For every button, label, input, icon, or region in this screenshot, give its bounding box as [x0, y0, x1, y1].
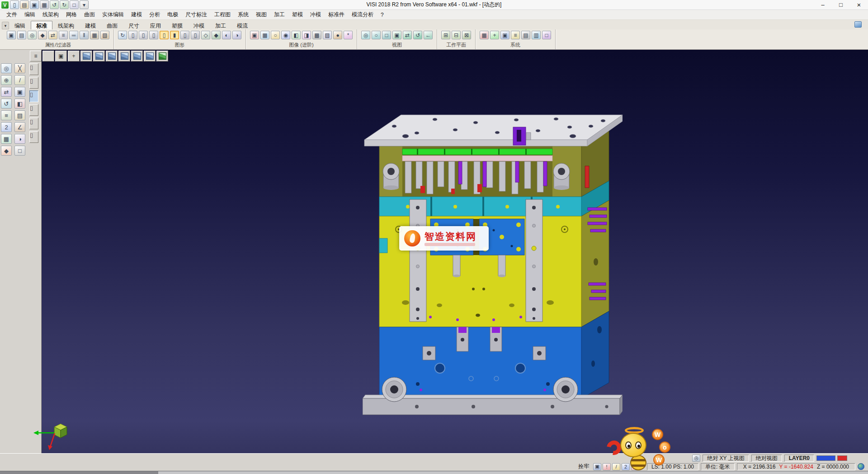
layers-tool-icon[interactable]: ≡	[1, 110, 12, 120]
new-file-icon[interactable]: ▯	[10, 0, 19, 9]
section-icon[interactable]: ◧	[292, 31, 301, 39]
rotate-tool-icon[interactable]: ↺	[1, 99, 12, 109]
menu-item[interactable]: 实体编辑	[99, 10, 127, 19]
menu-item[interactable]: 冲模	[307, 10, 325, 19]
previous-view-icon[interactable]: ←	[424, 31, 433, 39]
menu-item[interactable]: 加工	[270, 10, 288, 19]
menu-item[interactable]: 标准件	[325, 10, 348, 19]
group-icon[interactable]: ▦	[90, 31, 99, 39]
shadow-icon[interactable]: ▨	[323, 31, 332, 39]
explode-icon[interactable]: ▧	[100, 31, 109, 39]
ribbon-tab[interactable]: 应用	[145, 21, 166, 29]
unblank-all-icon[interactable]: ▯	[160, 31, 169, 39]
wireframe-icon[interactable]: ◇	[201, 31, 210, 39]
zoom-tool-icon[interactable]: ◎	[1, 63, 12, 73]
customize-icon[interactable]: ▾	[80, 0, 89, 9]
menu-item[interactable]: 网格	[62, 10, 80, 19]
camera-icon[interactable]: ◉	[281, 31, 290, 39]
annotation-tool-icon[interactable]: 2	[1, 122, 12, 132]
undo-icon[interactable]: ↺	[50, 0, 59, 9]
ribbon-tab[interactable]: 建模	[80, 21, 101, 29]
redraw-icon[interactable]: ↻	[118, 31, 127, 39]
mirror-tool-icon[interactable]: ◧	[14, 99, 25, 109]
selection-icon[interactable]: ◆	[38, 31, 47, 39]
blank-all-icon[interactable]: ▯	[149, 31, 158, 39]
menu-item[interactable]: 系统	[234, 10, 252, 19]
view-left-icon[interactable]	[131, 51, 143, 62]
lock-label[interactable]: 拴牢	[576, 463, 591, 470]
menu-item[interactable]: 分析	[146, 10, 164, 19]
open-file-icon[interactable]: ▤	[20, 0, 29, 9]
view-mode-indicator[interactable]: 绝对 XY 上视图	[703, 455, 749, 462]
show-entity-icon[interactable]: ▯	[191, 31, 200, 39]
ribbon-tab[interactable]: 曲面	[101, 21, 123, 29]
linetype-icon[interactable]: ═	[69, 31, 78, 39]
view-top-icon[interactable]	[106, 51, 118, 62]
menu-item[interactable]: 模流分析	[348, 10, 377, 19]
tag-tool-icon[interactable]: ◆	[1, 146, 12, 156]
filter-slot-1[interactable]: ▯	[29, 63, 38, 75]
trim-tool-icon[interactable]: ╳	[14, 63, 25, 73]
minimize-button[interactable]: –	[814, 0, 832, 9]
linewidth-icon[interactable]: ‖	[80, 31, 89, 39]
view-front-icon[interactable]	[93, 51, 105, 62]
zoom-all-icon[interactable]: ▣	[392, 31, 401, 39]
layer-indicator[interactable]: LAYER0	[784, 455, 814, 462]
filter-slot-6[interactable]: ▯	[29, 131, 38, 143]
ribbon-tab[interactable]: 模流	[231, 21, 253, 29]
globe-icon[interactable]	[858, 463, 864, 470]
zoom-out-icon[interactable]: ○	[372, 31, 381, 39]
calculator-icon[interactable]: ▤	[521, 31, 530, 39]
workplane-align-icon[interactable]: ⊟	[452, 31, 461, 39]
windows-icon[interactable]: □	[70, 0, 79, 9]
rotate-view-icon[interactable]: ↺	[413, 31, 422, 39]
ribbon-tab[interactable]: 加工	[210, 21, 231, 29]
ribbon-tab[interactable]: 冲模	[188, 21, 210, 29]
tab-dropdown-icon[interactable]: ▾	[2, 22, 9, 29]
lighting-icon[interactable]: ○	[271, 31, 280, 39]
menu-item[interactable]: 工程图	[211, 10, 234, 19]
attr-copy-icon[interactable]: ▤	[17, 31, 26, 39]
menu-item[interactable]: 建模	[127, 10, 146, 19]
menu-item[interactable]: ?	[377, 11, 387, 19]
view-shaded-icon[interactable]: ▣	[55, 51, 67, 62]
measure-tool-icon[interactable]: ∠	[14, 122, 25, 132]
view-search-icon[interactable]: ◎	[692, 455, 700, 462]
render-icon[interactable]: ▣	[250, 31, 259, 39]
redo-icon[interactable]: ↻	[60, 0, 69, 9]
menu-item[interactable]: 电极	[164, 10, 182, 19]
dynamic-rotate-icon[interactable]: ◐	[222, 31, 231, 39]
view-menu-icon[interactable]: ≡	[30, 51, 42, 62]
grid-icon[interactable]: ▦	[480, 31, 489, 39]
texture-icon[interactable]: ▦	[260, 31, 269, 39]
filter-slot-4[interactable]: ▯	[29, 104, 38, 116]
ribbon-tab[interactable]: 尺寸	[123, 21, 145, 29]
menu-item[interactable]: 编辑	[21, 10, 39, 19]
history-tool-icon[interactable]: ◑	[14, 134, 25, 144]
view-right-icon[interactable]	[118, 51, 130, 62]
units-indicator[interactable]: 单位: 毫米	[701, 463, 735, 470]
menu-item[interactable]: 尺寸标注	[182, 10, 211, 19]
menu-item[interactable]: 曲面	[80, 10, 99, 19]
material-icon[interactable]: ●	[333, 31, 342, 39]
filter-icon[interactable]: ◎	[28, 31, 37, 39]
ribbon-tab[interactable]: 塑膜	[166, 21, 188, 29]
ribbon-tab[interactable]: 线架构	[52, 21, 80, 29]
ribbon-toggle-icon[interactable]	[854, 21, 862, 28]
monitor-icon[interactable]: □	[542, 31, 551, 39]
workplane-standard-icon[interactable]: ⊞	[441, 31, 450, 39]
active-color-swatch[interactable]	[816, 455, 835, 461]
view-axes-icon[interactable]: +	[68, 51, 80, 62]
hide-entity-icon[interactable]: ▯	[180, 31, 189, 39]
layer-manager-icon[interactable]: ▥	[532, 31, 541, 39]
ucs-tool-icon[interactable]: ⊕	[1, 75, 12, 85]
ribbon-tab[interactable]: 编辑	[9, 21, 31, 29]
color-icon[interactable]: ⇄	[48, 31, 57, 39]
background-icon[interactable]: ▩	[312, 31, 321, 39]
close-button[interactable]: ×	[850, 0, 868, 9]
unblank-entity-icon[interactable]: ▯	[139, 31, 148, 39]
save-file-icon[interactable]: ▣	[30, 0, 39, 9]
attr-edit-icon[interactable]: ▣	[7, 31, 16, 39]
pan-icon[interactable]: ⇄	[403, 31, 412, 39]
menu-item[interactable]: 视图	[252, 10, 270, 19]
